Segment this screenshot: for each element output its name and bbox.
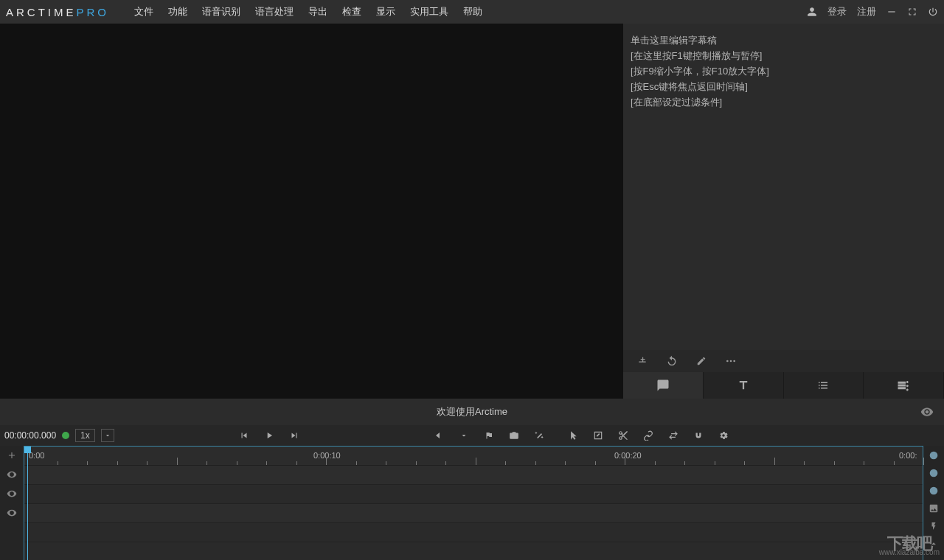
magnet-icon[interactable]: [693, 430, 704, 441]
menu-language[interactable]: 语言处理: [248, 0, 301, 24]
login-link[interactable]: 登录: [827, 5, 847, 18]
bolt-icon[interactable]: [927, 519, 940, 533]
menu-tools[interactable]: 实用工具: [403, 0, 456, 24]
marker-left-icon[interactable]: [434, 430, 444, 441]
menu-help[interactable]: 帮助: [456, 0, 490, 24]
tab-style[interactable]: [704, 372, 784, 399]
svg-point-4: [930, 452, 938, 460]
svg-point-6: [930, 487, 938, 495]
eye-icon[interactable]: [920, 405, 934, 419]
time-ruler[interactable]: 0:00 0:00:10 0:00:20 0:00:: [24, 447, 923, 466]
image-icon[interactable]: [927, 502, 940, 515]
minimize-icon[interactable]: [886, 7, 897, 17]
menu-display[interactable]: 显示: [369, 0, 403, 24]
menu-export[interactable]: 导出: [301, 0, 335, 24]
menu-speech[interactable]: 语音识别: [195, 0, 248, 24]
swap-icon[interactable]: [668, 430, 678, 441]
edit-box-icon[interactable]: [593, 430, 603, 441]
add-track-icon[interactable]: [0, 446, 24, 465]
svg-rect-0: [888, 11, 895, 12]
script-line: [在底部设定过滤条件]: [631, 94, 937, 110]
script-line: [按F9缩小字体，按F10放大字体]: [631, 63, 937, 79]
track-visibility-icon[interactable]: [0, 503, 24, 522]
maximize-icon[interactable]: [907, 7, 917, 17]
script-line: [按Esc键将焦点返回时间轴]: [631, 79, 937, 94]
edit-icon[interactable]: [695, 355, 707, 367]
power-icon[interactable]: [928, 7, 938, 17]
cut-icon[interactable]: [618, 430, 628, 441]
titlebar: ARCTIMEPRO 文件 功能 语音识别 语言处理 导出 检查 显示 实用工具…: [0, 0, 944, 24]
svg-point-5: [930, 469, 938, 477]
wand-icon[interactable]: [534, 430, 544, 441]
play-icon[interactable]: [264, 430, 274, 441]
record-dot-icon[interactable]: [62, 432, 69, 439]
side-panel: 单击这里编辑字幕稿 [在这里按F1键控制播放与暂停] [按F9缩小字体，按F10…: [623, 24, 944, 399]
circle-icon[interactable]: [927, 484, 940, 497]
script-line: 单击这里编辑字幕稿: [631, 32, 937, 48]
next-icon[interactable]: [289, 430, 299, 441]
track-row[interactable]: [24, 485, 923, 504]
track-row[interactable]: [24, 523, 923, 542]
tab-settings[interactable]: [864, 372, 944, 399]
track-row[interactable]: [24, 504, 923, 523]
prev-icon[interactable]: [239, 430, 249, 441]
svg-point-1: [726, 360, 729, 363]
svg-point-2: [730, 360, 732, 363]
menu-function[interactable]: 功能: [161, 0, 195, 24]
video-preview[interactable]: [0, 24, 623, 399]
script-line: [在这里按F1键控制播放与暂停]: [631, 48, 937, 63]
tab-list[interactable]: [784, 372, 864, 399]
svg-point-3: [733, 360, 735, 363]
track-visibility-icon[interactable]: [0, 484, 24, 503]
side-tabs: [623, 372, 944, 399]
welcome-text: 欢迎使用Arctime: [437, 405, 507, 419]
speed-selector[interactable]: 1x: [75, 429, 95, 442]
script-toolbar: [623, 350, 944, 372]
tab-comment[interactable]: [623, 372, 704, 399]
register-link[interactable]: 注册: [857, 5, 876, 18]
script-editor[interactable]: 单击这里编辑字幕稿 [在这里按F1键控制播放与暂停] [按F9缩小字体，按F10…: [623, 24, 944, 350]
track-visibility-icon[interactable]: [0, 465, 24, 484]
playback-controls: [239, 430, 299, 441]
gear-icon[interactable]: [718, 430, 729, 441]
main-menu: 文件 功能 语音识别 语言处理 导出 检查 显示 实用工具 帮助: [127, 0, 490, 24]
watermark: 下载吧 www.xiazaiba.com: [879, 539, 940, 557]
track-row[interactable]: [24, 466, 923, 485]
edit-controls: [568, 430, 729, 441]
speed-dropdown-icon[interactable]: [101, 429, 114, 442]
insert-icon[interactable]: [636, 355, 648, 367]
more-icon[interactable]: [725, 355, 737, 367]
timeline: 0:00 0:00:10 0:00:20 0:00:: [0, 446, 944, 560]
track-row[interactable]: [24, 542, 923, 560]
timeline-body[interactable]: 0:00 0:00:10 0:00:20 0:00:: [24, 446, 923, 560]
undo-icon[interactable]: [666, 355, 678, 367]
circle-icon[interactable]: [927, 449, 940, 462]
circle-icon[interactable]: [927, 466, 940, 480]
timeline-gutter: [0, 446, 24, 560]
marker-down-icon[interactable]: [459, 430, 469, 441]
marker-controls: [434, 430, 544, 441]
header-controls: 登录 注册: [807, 5, 938, 18]
menu-check[interactable]: 检查: [335, 0, 369, 24]
playhead[interactable]: [27, 447, 28, 560]
flag-icon[interactable]: [484, 430, 494, 441]
timecode: 00:00:00.000: [4, 430, 56, 441]
main-area: 单击这里编辑字幕稿 [在这里按F1键控制播放与暂停] [按F9缩小字体，按F10…: [0, 24, 944, 399]
menu-file[interactable]: 文件: [127, 0, 161, 24]
app-logo: ARCTIMEPRO: [6, 6, 122, 18]
link-icon[interactable]: [643, 430, 653, 441]
user-icon[interactable]: [807, 7, 817, 17]
camera-icon[interactable]: [509, 430, 519, 441]
video-status-bar: 欢迎使用Arctime: [0, 399, 944, 425]
pointer-icon[interactable]: [568, 430, 578, 441]
transport-toolbar: 00:00:00.000 1x: [0, 425, 944, 446]
